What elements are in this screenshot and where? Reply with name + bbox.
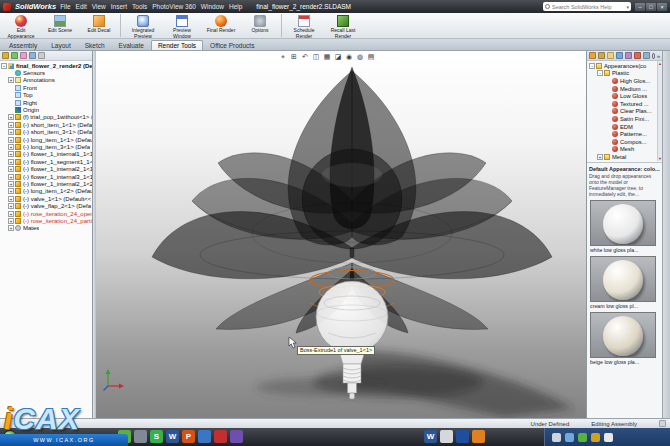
appearances-scenes-icon[interactable] — [634, 52, 641, 59]
quick-launch-icon[interactable]: P — [182, 430, 195, 443]
expand-toggle-icon[interactable]: + — [8, 122, 14, 128]
expand-toggle-icon[interactable]: + — [8, 174, 14, 180]
displaymanager-tab-icon[interactable] — [38, 52, 45, 59]
close-button[interactable]: × — [657, 3, 667, 11]
expand-toggle-icon[interactable]: + — [8, 188, 14, 194]
toolbar-button[interactable]: Final Render — [202, 14, 240, 37]
search-results-icon[interactable] — [616, 52, 623, 59]
tray-icon[interactable] — [565, 433, 574, 442]
zoom-to-fit-icon[interactable]: ⌖ — [278, 52, 288, 62]
appearance-swatch[interactable]: white low gloss pla... — [590, 200, 659, 253]
open-app-icon[interactable] — [456, 430, 469, 443]
menu-item[interactable]: Insert — [111, 3, 127, 10]
toolbar-button[interactable]: Recall Last Render — [324, 14, 362, 37]
quick-launch-icon[interactable]: W — [166, 430, 179, 443]
feature-tree-item[interactable]: Origin — [0, 106, 92, 113]
expand-toggle-icon[interactable]: + — [8, 211, 14, 217]
appearance-category[interactable]: Low Gloss — [587, 92, 662, 100]
appearance-swatch[interactable]: beige low gloss pla... — [590, 312, 659, 365]
feature-tree-item[interactable]: Right — [0, 99, 92, 106]
tray-icon[interactable] — [578, 433, 587, 442]
menu-item[interactable]: PhotoView 360 — [152, 3, 196, 10]
appearance-category[interactable]: Compos... — [587, 138, 662, 146]
tray-icon[interactable] — [591, 433, 600, 442]
feature-tree-item[interactable]: + Mates — [0, 225, 92, 232]
pin-icon[interactable] — [652, 53, 655, 59]
custom-properties-icon[interactable] — [643, 52, 650, 59]
feature-tree-item[interactable]: + (-) short_item_3<1> (Defa — [0, 129, 92, 136]
expand-toggle-icon[interactable]: + — [8, 114, 14, 120]
dimxpertmanager-tab-icon[interactable] — [29, 52, 36, 59]
appearance-category[interactable]: Medium ... — [587, 85, 662, 93]
appearance-category[interactable]: Patterne... — [587, 130, 662, 138]
quick-tips-icon[interactable] — [659, 420, 666, 427]
quick-launch-icon[interactable] — [230, 430, 243, 443]
tray-icon[interactable] — [604, 433, 613, 442]
feature-tree-item[interactable]: + (-) valve_flap_2<1> (Defa — [0, 202, 92, 209]
expand-toggle-icon[interactable]: + — [8, 77, 14, 83]
expand-toggle-icon[interactable] — [8, 107, 14, 113]
feature-tree-item[interactable]: Front — [0, 84, 92, 91]
menu-item[interactable]: Edit — [76, 3, 87, 10]
expand-toggle-icon[interactable]: - — [597, 70, 603, 76]
toolbar-button[interactable]: Integrated Preview — [124, 14, 162, 37]
quick-launch-icon[interactable] — [198, 430, 211, 443]
feature-tree-item[interactable]: + (-) short_item_1<1> (Defau — [0, 121, 92, 128]
help-search-box[interactable]: ▾ — [543, 2, 631, 11]
view-palette-icon[interactable] — [625, 52, 632, 59]
feature-tree-item[interactable]: Sensors — [0, 69, 92, 76]
appearance-swatch[interactable]: cream low gloss pl... — [590, 256, 659, 309]
expand-toggle-icon[interactable] — [605, 146, 611, 152]
expand-toggle-icon[interactable] — [8, 70, 14, 76]
appearance-category[interactable]: - Appearances(co — [587, 62, 662, 70]
quick-launch-icon[interactable] — [134, 430, 147, 443]
appearance-category[interactable]: Clear Plas... — [587, 108, 662, 116]
expand-toggle-icon[interactable]: - — [589, 63, 595, 69]
expand-toggle-icon[interactable] — [8, 92, 14, 98]
view-orientation-icon[interactable]: ▦ — [322, 52, 332, 62]
previous-view-icon[interactable]: ↶ — [300, 52, 310, 62]
expand-toggle-icon[interactable]: + — [8, 144, 14, 150]
expand-toggle-icon[interactable] — [605, 78, 611, 84]
feature-tree-item[interactable]: + (-) flower_1_internal1_1<1 — [0, 151, 92, 158]
expand-toggle-icon[interactable] — [8, 100, 14, 106]
toolbar-button[interactable]: Edit Appearance — [2, 14, 40, 37]
appearance-category[interactable]: - Plastic — [587, 70, 662, 78]
commandmanager-tab[interactable]: Sketch — [78, 40, 112, 50]
toolbar-button[interactable]: Schedule Render — [285, 14, 323, 37]
open-app-icon[interactable] — [472, 430, 485, 443]
expand-toggle-icon[interactable]: + — [8, 181, 14, 187]
toolbar-button[interactable]: Preview Window — [163, 14, 201, 37]
expand-toggle-icon[interactable]: + — [8, 225, 14, 231]
toolbar-button[interactable]: Edit Scene — [41, 14, 79, 37]
expand-toggle-icon[interactable] — [605, 139, 611, 145]
feature-tree-item[interactable]: + (-) rose_iteration_24_open — [0, 210, 92, 217]
expand-toggle-icon[interactable] — [605, 108, 611, 114]
menu-item[interactable]: File — [60, 3, 70, 10]
zoom-to-area-icon[interactable]: ⊞ — [289, 52, 299, 62]
solidworks-resources-icon[interactable] — [589, 52, 596, 59]
search-dropdown-icon[interactable]: ▾ — [626, 4, 629, 10]
feature-tree-item[interactable]: + (-) flower_1_internal3_1<1 — [0, 173, 92, 180]
expand-toggle-icon[interactable] — [605, 131, 611, 137]
commandmanager-tab[interactable]: Evaluate — [112, 40, 151, 50]
toolbar-button[interactable]: Edit Decal — [80, 14, 121, 37]
feature-tree-item[interactable]: + (-) long_item_1<2> (Defau — [0, 188, 92, 195]
expand-toggle-icon[interactable] — [605, 93, 611, 99]
appearance-category[interactable]: Mesh — [587, 146, 662, 154]
menu-item[interactable]: Window — [201, 3, 224, 10]
expand-toggle-icon[interactable]: + — [8, 159, 14, 165]
expand-toggle-icon[interactable] — [605, 86, 611, 92]
file-explorer-icon[interactable] — [607, 52, 614, 59]
toolbar-button[interactable]: Options — [241, 14, 282, 37]
tray-icon[interactable] — [552, 433, 561, 442]
commandmanager-tab[interactable]: Render Tools — [151, 40, 203, 50]
expand-toggle-icon[interactable]: + — [8, 137, 14, 143]
expand-toggle-icon[interactable]: + — [8, 196, 14, 202]
featuremanager-tab-icon[interactable] — [2, 52, 9, 59]
expand-toggle-icon[interactable]: + — [8, 129, 14, 135]
expand-toggle-icon[interactable] — [8, 85, 14, 91]
open-app-icon[interactable]: W — [424, 430, 437, 443]
feature-tree-item[interactable]: + (-) rose_iteration_24_partia — [0, 217, 92, 224]
collapse-chevron-icon[interactable]: » — [657, 52, 660, 60]
